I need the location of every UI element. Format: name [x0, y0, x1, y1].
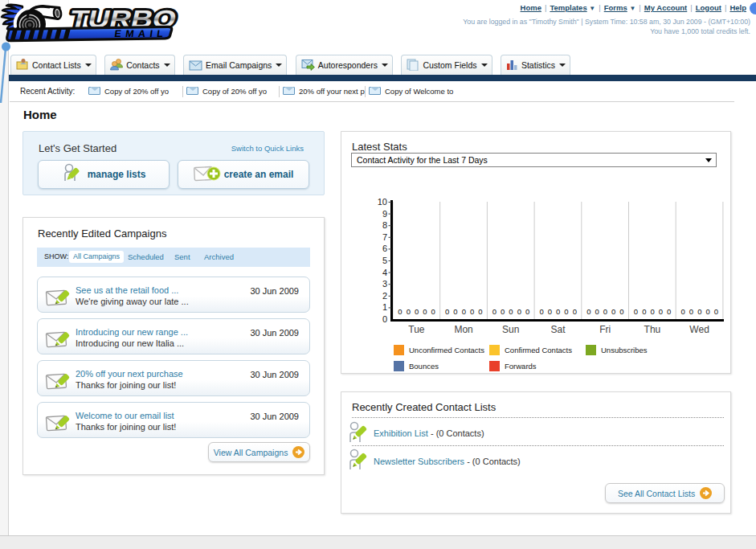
svg-text:0: 0 — [705, 307, 709, 316]
svg-text:9: 9 — [382, 209, 387, 219]
svg-text:0: 0 — [398, 307, 402, 316]
svg-text:0: 0 — [603, 307, 607, 316]
svg-text:Tue: Tue — [408, 324, 425, 335]
svg-text:0: 0 — [667, 307, 671, 316]
svg-text:0: 0 — [573, 307, 577, 316]
svg-text:7: 7 — [382, 232, 387, 242]
svg-text:10: 10 — [378, 197, 387, 207]
svg-text:0: 0 — [478, 307, 482, 316]
svg-text:Mon: Mon — [454, 324, 472, 335]
svg-text:0: 0 — [586, 307, 590, 316]
svg-text:0: 0 — [659, 307, 663, 316]
svg-text:0: 0 — [619, 307, 623, 316]
svg-text:4: 4 — [382, 268, 387, 277]
svg-text:0: 0 — [697, 307, 701, 316]
svg-text:0: 0 — [431, 307, 435, 316]
svg-text:0: 0 — [595, 307, 599, 316]
svg-text:0: 0 — [714, 307, 718, 316]
svg-text:0: 0 — [642, 307, 646, 316]
svg-text:0: 0 — [564, 307, 568, 316]
svg-text:0: 0 — [556, 307, 560, 316]
svg-text:0: 0 — [611, 307, 615, 316]
svg-text:0: 0 — [517, 307, 521, 316]
svg-text:0: 0 — [650, 307, 654, 316]
svg-text:0: 0 — [470, 307, 474, 316]
svg-text:0: 0 — [453, 307, 457, 316]
svg-text:0: 0 — [548, 307, 552, 316]
svg-text:8: 8 — [382, 220, 387, 230]
svg-text:0: 0 — [634, 307, 638, 316]
svg-text:0: 0 — [509, 307, 513, 316]
svg-text:0: 0 — [525, 307, 529, 316]
svg-text:Thu: Thu — [644, 324, 661, 335]
svg-text:5: 5 — [382, 256, 387, 265]
svg-text:0: 0 — [445, 307, 449, 316]
svg-text:0: 0 — [462, 307, 466, 316]
svg-text:0: 0 — [415, 307, 419, 316]
svg-text:0: 0 — [681, 307, 685, 316]
svg-text:Sat: Sat — [550, 324, 566, 335]
svg-text:6: 6 — [382, 244, 387, 253]
svg-text:Sun: Sun — [502, 324, 519, 335]
svg-text:2: 2 — [382, 291, 387, 301]
svg-text:0: 0 — [501, 307, 505, 316]
svg-text:EMAIL: EMAIL — [114, 28, 169, 39]
svg-text:0: 0 — [382, 314, 387, 324]
svg-text:0: 0 — [407, 307, 411, 316]
svg-text:0: 0 — [423, 307, 427, 316]
svg-text:Wed: Wed — [689, 324, 709, 335]
svg-text:3: 3 — [382, 279, 387, 289]
svg-text:0: 0 — [689, 307, 693, 316]
svg-text:0: 0 — [492, 307, 497, 316]
svg-text:Fri: Fri — [599, 324, 611, 335]
svg-text:1: 1 — [382, 302, 387, 312]
svg-text:0: 0 — [539, 307, 543, 316]
